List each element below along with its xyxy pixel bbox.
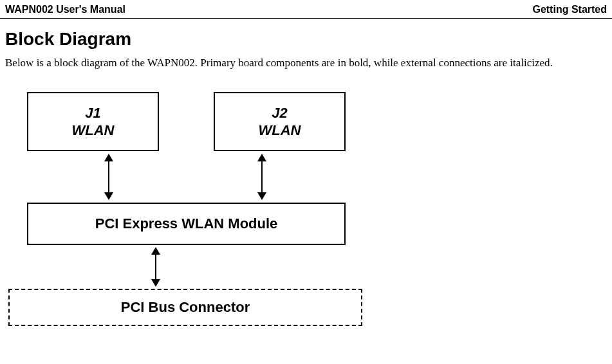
arrow-j2-to-module <box>257 154 266 200</box>
block-diagram: J1 WLAN J2 WLAN PCI Express WLAN Module … <box>6 89 367 327</box>
block-j2-label-line2: WLAN <box>259 122 301 140</box>
header-left-text: WAPN002 User's Manual <box>5 4 125 15</box>
arrow-module-to-bus <box>151 247 160 287</box>
arrow-head-up-icon <box>257 154 266 161</box>
arrow-head-down-icon <box>257 192 266 200</box>
block-j1-label-line2: WLAN <box>72 122 115 140</box>
page-content: Block Diagram Below is a block diagram o… <box>0 19 612 332</box>
arrow-head-up-icon <box>151 247 160 255</box>
block-pci-bus-label: PCI Bus Connector <box>121 298 250 316</box>
block-j1-wlan: J1 WLAN <box>27 92 159 151</box>
arrow-j1-to-module <box>104 154 113 200</box>
arrow-head-down-icon <box>151 279 160 287</box>
block-j2-label-line1: J2 <box>272 104 287 122</box>
block-pci-express-module: PCI Express WLAN Module <box>27 203 346 245</box>
arrow-head-down-icon <box>104 192 113 200</box>
block-pci-express-label: PCI Express WLAN Module <box>95 215 278 233</box>
arrow-line <box>108 161 110 192</box>
arrow-head-up-icon <box>104 154 113 161</box>
header-right-text: Getting Started <box>532 4 607 15</box>
block-j2-wlan: J2 WLAN <box>214 92 346 151</box>
section-body-text: Below is a block diagram of the WAPN002.… <box>5 56 607 70</box>
block-pci-bus-connector: PCI Bus Connector <box>8 289 362 326</box>
arrow-line <box>261 161 263 192</box>
section-title: Block Diagram <box>5 29 607 50</box>
page-header: WAPN002 User's Manual Getting Started <box>0 0 612 19</box>
block-j1-label-line1: J1 <box>85 104 100 122</box>
arrow-line <box>155 255 157 279</box>
